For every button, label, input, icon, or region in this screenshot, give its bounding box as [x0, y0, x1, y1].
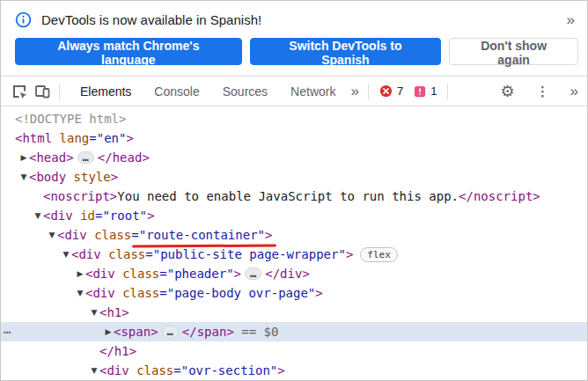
issues-icon — [414, 85, 426, 98]
dom-tree-row[interactable]: ▼<div id="root"> — [1, 206, 587, 225]
code-segment-attr: lang — [52, 128, 89, 148]
issue-count: 1 — [430, 84, 437, 98]
more-options-button[interactable]: ⋮ — [532, 80, 555, 103]
code-segment-attr: class — [129, 361, 174, 380]
row-menu-dots[interactable]: ⋯ — [4, 322, 11, 341]
code-segment-tag: </span> — [182, 322, 234, 341]
dom-tree-row[interactable]: ▶<div class="pheader">…</div> — [1, 264, 587, 283]
code-segment-tag: <div — [99, 361, 129, 380]
inline-expand-button[interactable]: … — [162, 326, 179, 338]
collapse-arrow-icon[interactable]: ▼ — [33, 206, 43, 225]
code-segment-val: ="public-site page-wrapper" — [145, 245, 346, 264]
dont-show-again-button[interactable]: Don't show again — [449, 38, 578, 65]
collapse-arrow-icon[interactable]: ▼ — [89, 361, 99, 380]
code-segment-tag: > — [234, 264, 241, 283]
indent-spacer — [4, 177, 18, 178]
indent-spacer — [4, 332, 103, 333]
dom-tree-row[interactable]: <!DOCTYPE html> — [1, 109, 587, 128]
collapse-arrow-icon[interactable]: ▼ — [75, 283, 85, 303]
code-segment-tag: </div> — [265, 264, 310, 283]
code-segment-tag: <html — [15, 128, 52, 148]
code-segment-tag: > — [265, 225, 272, 245]
code-segment-tag: <div — [57, 225, 87, 245]
tab-elements[interactable]: Elements — [69, 77, 143, 106]
expand-arrow-icon[interactable]: ▶ — [18, 148, 29, 167]
indent-spacer — [4, 235, 47, 236]
inline-expand-button[interactable]: … — [245, 267, 261, 280]
indent-spacer — [4, 370, 89, 371]
devtools-toolbar: Elements Console Sources Network » 7 1 — [1, 77, 587, 106]
code-segment-tag: > — [126, 128, 133, 148]
collapse-arrow-icon[interactable]: ▼ — [89, 303, 99, 322]
indent-spacer — [4, 254, 61, 255]
code-segment-dollar: == $0 — [234, 322, 279, 341]
tab-network[interactable]: Network — [279, 77, 347, 106]
console-error-badge[interactable]: 7 — [374, 84, 408, 98]
dom-tree-row[interactable]: ▼<body style> — [1, 167, 587, 187]
dom-tree-row[interactable]: <html lang="en"> — [1, 128, 587, 148]
code-segment-tag: > — [315, 283, 322, 303]
settings-button[interactable]: ⚙ — [496, 80, 519, 103]
tab-sources[interactable]: Sources — [211, 77, 279, 106]
collapse-arrow-icon[interactable]: ▼ — [18, 167, 29, 187]
error-circle-icon — [379, 84, 393, 98]
code-segment-attr: class — [101, 245, 146, 264]
toggle-device-toolbar-button[interactable] — [31, 80, 54, 103]
code-segment-tag: </noscript> — [459, 187, 540, 206]
indent-spacer — [4, 216, 33, 216]
code-segment-val: ="root" — [95, 206, 147, 225]
inspect-cursor-icon — [11, 83, 28, 100]
banner-row: DevTools is now available in Spanish! » — [15, 8, 578, 31]
toolbar-right-group: ⚙ ⋮ » — [496, 80, 584, 103]
code-segment-val-annotated: ="route-container" — [131, 225, 265, 245]
collapse-arrow-icon[interactable]: ▼ — [47, 225, 57, 245]
tab-console[interactable]: Console — [143, 77, 210, 106]
code-segment-attr: class — [87, 225, 132, 245]
dom-tree-row[interactable]: ▼<h1> — [1, 303, 587, 322]
code-segment-attr: style — [66, 167, 111, 187]
code-segment-val: ="ovr-section" — [173, 361, 277, 380]
code-segment-attr: class — [115, 283, 160, 303]
code-segment-tag: <span> — [114, 322, 158, 341]
code-segment-attr: id — [73, 206, 95, 225]
panel-tabs: Elements Console Sources Network — [69, 77, 347, 106]
switch-to-spanish-button[interactable]: Switch DevTools to Spanish — [250, 38, 442, 65]
dom-tree-row[interactable]: ▼<div class="ovr-section"> — [1, 361, 587, 380]
inspect-element-button[interactable] — [8, 80, 31, 103]
code-segment-attr: class — [115, 264, 160, 283]
dom-tree-row[interactable]: ▼<div class="public-site page-wrapper">f… — [1, 245, 587, 264]
indent-spacer — [4, 351, 89, 352]
collapse-arrow-icon[interactable]: ▼ — [61, 245, 71, 264]
toolbar-divider — [59, 84, 60, 99]
dom-tree-row[interactable]: ⋯▶<span>…</span> == $0 — [1, 322, 587, 341]
code-segment-tag: > — [147, 206, 154, 225]
expand-arrow-icon[interactable]: ▶ — [75, 264, 85, 283]
code-segment-val: ="en" — [89, 128, 126, 148]
code-segment-tag: <div — [85, 264, 115, 283]
expand-arrow-icon[interactable]: ▶ — [103, 322, 114, 341]
devtools-window: DevTools is now available in Spanish! » … — [0, 0, 588, 381]
dom-tree-row[interactable]: ▼<div class="page-body ovr-page"> — [1, 283, 587, 303]
more-tabs-chevron[interactable]: » — [347, 84, 362, 99]
dom-tree-row[interactable]: ▶<head>…</head> — [1, 148, 587, 167]
banner-overflow-chevron[interactable]: » — [563, 12, 578, 27]
code-segment-tag: <div — [71, 245, 101, 264]
dom-tree-row[interactable]: ▼<div class="route-container"> — [1, 225, 587, 245]
code-segment-tag: </head> — [98, 148, 150, 167]
dom-tree-row[interactable]: </h1> — [1, 341, 587, 361]
indent-spacer — [4, 293, 75, 294]
issues-badge[interactable]: 1 — [408, 84, 442, 98]
dom-tree: <!DOCTYPE html><html lang="en">▶<head>…<… — [1, 106, 587, 380]
toolbar-divider — [447, 84, 448, 99]
code-segment-tag: > — [111, 167, 118, 187]
flex-layout-badge[interactable]: flex — [360, 247, 398, 262]
kebab-menu-icon: ⋮ — [536, 84, 549, 99]
info-icon — [15, 11, 32, 28]
inline-expand-button[interactable]: … — [77, 151, 94, 164]
gear-icon: ⚙ — [500, 82, 514, 101]
dom-tree-row[interactable]: <noscript>You need to enable JavaScript … — [1, 187, 587, 206]
code-segment-text: You need to enable JavaScript to run thi… — [117, 187, 459, 206]
banner-message: DevTools is now available in Spanish! — [41, 12, 261, 27]
always-match-language-button[interactable]: Always match Chrome's language — [15, 38, 242, 65]
toolbar-overflow-chevron[interactable]: » — [567, 84, 582, 99]
